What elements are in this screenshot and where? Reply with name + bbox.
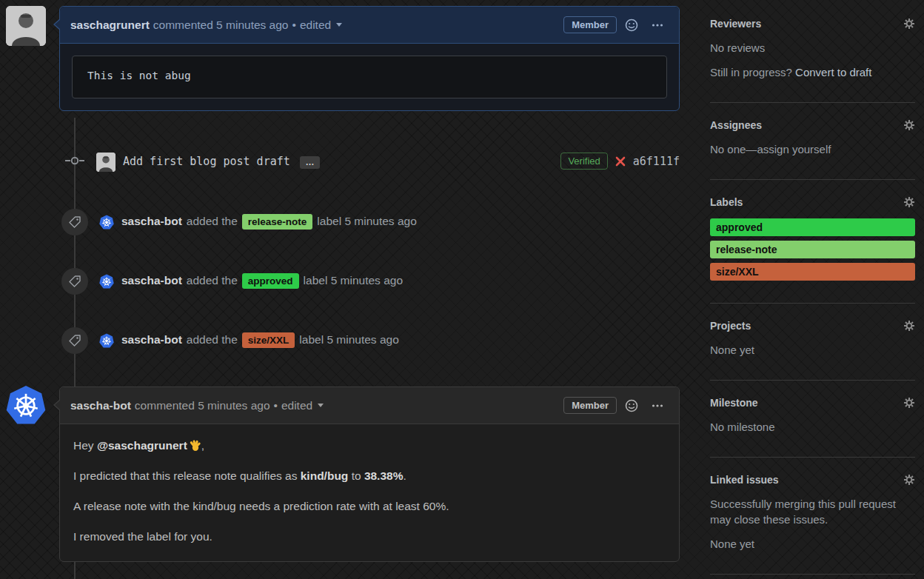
sidebar-section-assignees: Assignees No one—assign yourself bbox=[710, 103, 915, 180]
git-commit-icon bbox=[65, 155, 84, 167]
event-action: added the bbox=[187, 215, 238, 228]
verified-badge[interactable]: Verified bbox=[560, 153, 607, 170]
kebab-menu-button[interactable] bbox=[646, 399, 669, 412]
sidebar-section-milestone: Milestone No milestone bbox=[710, 381, 915, 458]
comment-body: This is not abug bbox=[60, 44, 679, 110]
avatar-saschagrunert[interactable] bbox=[6, 6, 46, 46]
tag-icon bbox=[61, 327, 88, 354]
assignees-title: Assignees bbox=[710, 119, 762, 131]
sascha-bot-avatar[interactable] bbox=[99, 215, 114, 230]
linked-issues-gear-icon[interactable] bbox=[903, 474, 915, 486]
milestone-gear-icon[interactable] bbox=[903, 397, 915, 409]
event-actor-link[interactable]: sascha-bot bbox=[121, 215, 182, 228]
event-suffix: label 5 minutes ago bbox=[304, 274, 403, 287]
comment-header: sascha-bot commented 5 minutes ago • edi… bbox=[60, 387, 679, 424]
paragraph-prediction: I predicted that this release note quali… bbox=[73, 469, 666, 483]
paragraph-greeting: Hey @saschagrunert, bbox=[73, 439, 666, 452]
sascha-bot-avatar[interactable] bbox=[99, 333, 114, 348]
sidebar-section-projects: Projects None yet bbox=[710, 304, 915, 381]
event-action: added the bbox=[187, 274, 238, 287]
reviewers-title: Reviewers bbox=[710, 18, 761, 30]
linked-issues-empty: None yet bbox=[710, 536, 915, 552]
event-suffix: label 5 minutes ago bbox=[317, 215, 416, 228]
labels-gear-icon[interactable] bbox=[903, 196, 915, 208]
edited-dropdown[interactable]: edited bbox=[300, 19, 331, 32]
sidebar-section-labels: Labels approved release-note size/XXL bbox=[710, 180, 915, 304]
assign-yourself-link[interactable]: assign yourself bbox=[757, 143, 831, 155]
comment-meta-sep: • bbox=[274, 399, 278, 412]
assignees-gear-icon[interactable] bbox=[903, 119, 915, 131]
comment-body: Hey @saschagrunert, I predicted that thi… bbox=[60, 424, 679, 561]
comment-header: saschagrunert commented 5 minutes ago • … bbox=[60, 7, 679, 44]
member-badge: Member bbox=[563, 16, 617, 33]
chevron-down-icon[interactable] bbox=[318, 404, 324, 407]
reviewers-empty: No reviews bbox=[710, 40, 915, 56]
kebab-menu-button[interactable] bbox=[646, 19, 669, 32]
reviewers-progress-question: Still in progress? bbox=[710, 66, 795, 78]
convert-to-draft-link[interactable]: Convert to draft bbox=[795, 66, 871, 78]
chevron-down-icon[interactable] bbox=[336, 23, 342, 27]
sidebar-section-reviewers: Reviewers No reviews Still in progress? … bbox=[710, 18, 915, 103]
sascha-bot-avatar[interactable] bbox=[99, 274, 114, 289]
commit-author-avatar[interactable] bbox=[96, 153, 116, 172]
reviewers-gear-icon[interactable] bbox=[903, 18, 915, 30]
label-chip[interactable]: approved bbox=[242, 273, 299, 289]
event-suffix: label 5 minutes ago bbox=[299, 333, 398, 347]
projects-gear-icon[interactable] bbox=[903, 320, 915, 332]
wave-emoji bbox=[189, 439, 201, 452]
projects-title: Projects bbox=[710, 320, 751, 332]
comment-meta-sep: • bbox=[292, 19, 295, 32]
edited-dropdown[interactable]: edited bbox=[281, 399, 312, 412]
sidebar-label-approved[interactable]: approved bbox=[710, 218, 915, 236]
milestone-title: Milestone bbox=[710, 397, 758, 409]
event-actor-link[interactable]: sascha-bot bbox=[121, 274, 182, 287]
code-block: This is not abug bbox=[72, 56, 667, 98]
event-action: added the bbox=[187, 333, 238, 347]
status-failed-x-icon[interactable] bbox=[615, 156, 626, 167]
tag-icon bbox=[61, 268, 88, 295]
member-badge: Member bbox=[563, 397, 617, 414]
label-chip[interactable]: size/XXL bbox=[242, 332, 295, 348]
avatar-sascha-bot-kubernetes[interactable] bbox=[6, 385, 46, 425]
commit-expander-button[interactable]: … bbox=[300, 156, 320, 169]
sidebar: Reviewers No reviews Still in progress? … bbox=[710, 18, 915, 579]
tag-icon bbox=[61, 209, 88, 235]
emoji-reaction-button[interactable] bbox=[620, 399, 643, 412]
sidebar-label-size-xxl[interactable]: size/XXL bbox=[710, 263, 915, 281]
pull-request-page: { "comment1": { "author": "saschagrunert… bbox=[0, 0, 924, 579]
mention-link[interactable]: @saschagrunert bbox=[97, 439, 187, 452]
commit-message-link[interactable]: Add first blog post draft bbox=[123, 155, 290, 168]
paragraph-requirement: A release note with the kind/bug needs a… bbox=[73, 500, 666, 513]
milestone-empty: No milestone bbox=[710, 419, 915, 435]
linked-issues-description: Successfully merging this pull request m… bbox=[710, 496, 915, 527]
emoji-reaction-button[interactable] bbox=[620, 19, 643, 32]
assignees-empty: No one— bbox=[710, 143, 757, 155]
sidebar-section-linked-issues: Linked issues Successfully merging this … bbox=[710, 458, 915, 575]
comment-meta: commented 5 minutes ago bbox=[153, 19, 289, 32]
comment-sascha-bot: sascha-bot commented 5 minutes ago • edi… bbox=[59, 386, 680, 562]
event-actor-link[interactable]: sascha-bot bbox=[121, 333, 182, 347]
label-event: sascha-bot added the approved label 5 mi… bbox=[59, 268, 680, 295]
label-chip[interactable]: release-note bbox=[242, 214, 313, 230]
label-event: sascha-bot added the release-note label … bbox=[59, 209, 680, 235]
labels-title: Labels bbox=[710, 196, 743, 208]
commit-hash-link[interactable]: a6f111f bbox=[633, 155, 680, 168]
commit-event: Add first blog post draft … Verified a6f… bbox=[59, 153, 680, 173]
comment-meta: commented 5 minutes ago bbox=[135, 399, 270, 412]
comment-author-link[interactable]: saschagrunert bbox=[70, 19, 150, 32]
comment-author-link[interactable]: sascha-bot bbox=[70, 399, 131, 412]
projects-empty: None yet bbox=[710, 342, 915, 358]
sidebar-label-release-note[interactable]: release-note bbox=[710, 241, 915, 258]
paragraph-removed: I removed the label for you. bbox=[73, 530, 666, 543]
sidebar-section-notifications: Notifications Customize bbox=[710, 575, 915, 579]
comment-saschagrunert: saschagrunert commented 5 minutes ago • … bbox=[59, 6, 680, 111]
linked-issues-title: Linked issues bbox=[710, 474, 779, 486]
label-event: sascha-bot added the size/XXL label 5 mi… bbox=[59, 327, 680, 354]
